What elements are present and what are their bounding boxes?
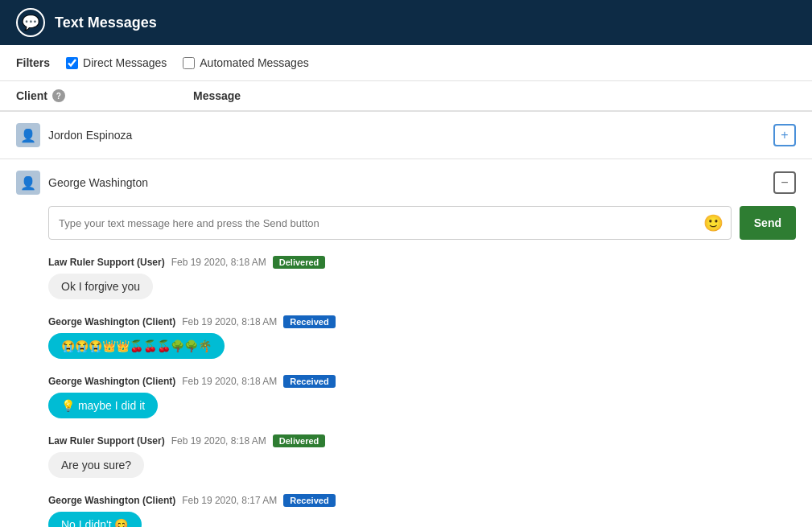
- message-input-area: 🙂Send: [0, 206, 812, 248]
- message-meta: Law Ruler Support (User)Feb 19 2020, 8:1…: [48, 256, 796, 269]
- client-column-header: Client ?: [16, 89, 193, 102]
- message-group: George Washington (Client)Feb 19 2020, 8…: [48, 315, 796, 359]
- message-input-wrapper: 🙂: [48, 206, 732, 240]
- message-group: Law Ruler Support (User)Feb 19 2020, 8:1…: [48, 434, 796, 478]
- client-row-header: 👤George Washington−: [0, 159, 812, 206]
- message-sender: George Washington (Client): [48, 376, 175, 387]
- app-header: 💬 Text Messages: [0, 0, 812, 45]
- message-sender: George Washington (Client): [48, 316, 175, 327]
- emoji-icon[interactable]: 🙂: [703, 213, 723, 233]
- messages-area: Law Ruler Support (User)Feb 19 2020, 8:1…: [0, 248, 812, 527]
- send-button[interactable]: Send: [740, 206, 796, 240]
- message-badge: Received: [283, 315, 335, 328]
- filters-label: Filters: [16, 56, 50, 69]
- message-time: Feb 19 2020, 8:17 AM: [182, 495, 277, 506]
- client-avatar: 👤: [16, 123, 40, 147]
- message-time: Feb 19 2020, 8:18 AM: [171, 435, 266, 447]
- clients-list: 👤Jordon Espinoza+👤George Washington−🙂Sen…: [0, 112, 812, 527]
- table-header: Client ? Message: [0, 81, 812, 112]
- client-row: 👤George Washington−🙂SendLaw Ruler Suppor…: [0, 159, 812, 527]
- message-time: Feb 19 2020, 8:18 AM: [182, 316, 277, 327]
- message-bubble: 😭😭😭👑👑🍒🍒🍒🌳🌳🌴: [48, 333, 225, 359]
- message-sender: Law Ruler Support (User): [48, 257, 165, 268]
- client-actions: +: [773, 124, 796, 146]
- message-sender: George Washington (Client): [48, 495, 175, 506]
- direct-messages-filter[interactable]: Direct Messages: [66, 56, 167, 69]
- message-badge: Received: [283, 494, 335, 507]
- message-group: Law Ruler Support (User)Feb 19 2020, 8:1…: [48, 256, 796, 299]
- message-badge: Received: [283, 375, 335, 388]
- message-meta: George Washington (Client)Feb 19 2020, 8…: [48, 494, 796, 507]
- automated-messages-checkbox[interactable]: [183, 57, 195, 69]
- app-title: Text Messages: [55, 14, 157, 31]
- client-avatar: 👤: [16, 171, 40, 195]
- direct-messages-checkbox[interactable]: [66, 57, 78, 69]
- client-name: George Washington: [48, 176, 177, 189]
- automated-messages-filter[interactable]: Automated Messages: [183, 56, 308, 69]
- message-column-header: Message: [193, 89, 796, 102]
- app-logo-icon: 💬: [16, 8, 45, 37]
- automated-messages-label: Automated Messages: [200, 56, 308, 69]
- client-row: 👤Jordon Espinoza+: [0, 112, 812, 159]
- message-meta: George Washington (Client)Feb 19 2020, 8…: [48, 375, 796, 388]
- message-bubble: No I didn't 😊: [48, 512, 142, 527]
- message-time: Feb 19 2020, 8:18 AM: [171, 257, 266, 268]
- message-sender: Law Ruler Support (User): [48, 435, 165, 447]
- message-bubble: Are you sure?: [48, 452, 144, 478]
- message-meta: Law Ruler Support (User)Feb 19 2020, 8:1…: [48, 434, 796, 447]
- expand-button[interactable]: +: [773, 124, 796, 146]
- filters-bar: Filters Direct Messages Automated Messag…: [0, 45, 812, 81]
- message-meta: George Washington (Client)Feb 19 2020, 8…: [48, 315, 796, 328]
- client-name: Jordon Espinoza: [48, 129, 177, 142]
- message-input[interactable]: [48, 206, 732, 240]
- message-badge: Delivered: [273, 256, 326, 269]
- message-bubble: Ok I forgive you: [48, 274, 153, 299]
- direct-messages-label: Direct Messages: [83, 56, 167, 69]
- message-badge: Delivered: [273, 434, 326, 447]
- client-help-icon[interactable]: ?: [52, 89, 65, 102]
- message-group: George Washington (Client)Feb 19 2020, 8…: [48, 494, 796, 527]
- message-time: Feb 19 2020, 8:18 AM: [182, 376, 277, 387]
- client-row-header: 👤Jordon Espinoza+: [0, 112, 812, 159]
- collapse-button[interactable]: −: [773, 171, 796, 194]
- message-bubble: 💡 maybe I did it: [48, 393, 158, 418]
- message-group: George Washington (Client)Feb 19 2020, 8…: [48, 375, 796, 418]
- client-actions: −: [773, 171, 796, 194]
